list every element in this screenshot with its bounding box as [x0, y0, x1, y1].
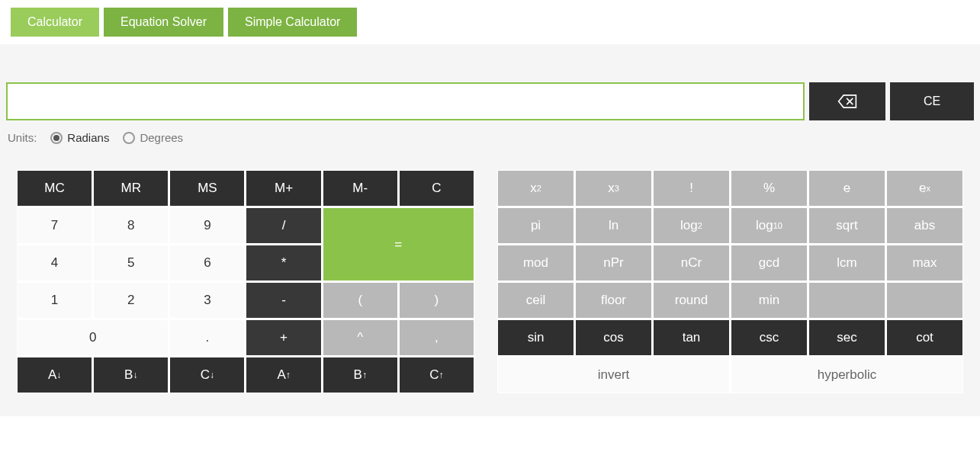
key-sin[interactable]: sin: [497, 319, 574, 356]
key-invert[interactable]: invert: [497, 357, 730, 393]
key-blank2: [886, 282, 963, 319]
tab-calculator[interactable]: Calculator: [11, 8, 99, 37]
key-ms[interactable]: MS: [169, 170, 245, 207]
units-degrees[interactable]: Degrees: [123, 131, 183, 144]
units-radians[interactable]: Radians: [50, 131, 109, 144]
key-npr[interactable]: nPr: [575, 245, 652, 281]
arrow-up-icon: ↑: [362, 370, 367, 380]
key-a-up[interactable]: A↑: [246, 357, 321, 393]
key-max[interactable]: max: [886, 245, 963, 281]
key-ln[interactable]: ln: [575, 207, 652, 244]
key-round[interactable]: round: [653, 282, 730, 319]
key-blank1: [808, 282, 885, 319]
key-ceil[interactable]: ceil: [497, 282, 574, 319]
key-power[interactable]: ^: [323, 319, 398, 356]
key-mod[interactable]: mod: [497, 245, 574, 281]
key-e[interactable]: e: [808, 170, 885, 207]
tabs: Calculator Equation Solver Simple Calcul…: [0, 0, 980, 37]
key-divide[interactable]: /: [246, 207, 321, 244]
key-ex[interactable]: ex: [886, 170, 963, 207]
arrow-up-icon: ↑: [286, 370, 291, 380]
key-6[interactable]: 6: [169, 245, 245, 281]
key-lcm[interactable]: lcm: [808, 245, 885, 281]
key-percent[interactable]: %: [731, 170, 808, 207]
key-minus[interactable]: -: [246, 282, 321, 319]
key-b-down[interactable]: B↓: [93, 357, 169, 393]
key-c-up[interactable]: C↑: [399, 357, 474, 393]
key-ncr[interactable]: nCr: [653, 245, 730, 281]
key-x2[interactable]: x2: [497, 170, 574, 207]
key-floor[interactable]: floor: [575, 282, 652, 319]
arrow-down-icon: ↓: [56, 370, 61, 380]
key-mc[interactable]: MC: [17, 170, 92, 207]
arrow-down-icon: ↓: [133, 370, 137, 380]
backspace-icon: [837, 94, 857, 109]
units-row: Units: Radians Degrees: [0, 120, 980, 155]
input-row: CE: [0, 82, 980, 120]
key-7[interactable]: 7: [17, 207, 92, 244]
key-abs[interactable]: abs: [886, 207, 963, 244]
tab-simple-calculator[interactable]: Simple Calculator: [228, 8, 357, 37]
units-degrees-label: Degrees: [140, 131, 183, 144]
key-sec[interactable]: sec: [808, 319, 885, 356]
backspace-button[interactable]: [809, 82, 885, 120]
key-factorial[interactable]: !: [653, 170, 730, 207]
key-a-down[interactable]: A↓: [17, 357, 92, 393]
key-tan[interactable]: tan: [653, 319, 730, 356]
key-mminus[interactable]: M-: [323, 170, 398, 207]
key-b-up[interactable]: B↑: [323, 357, 398, 393]
key-8[interactable]: 8: [93, 207, 169, 244]
key-cos[interactable]: cos: [575, 319, 652, 356]
key-3[interactable]: 3: [169, 282, 245, 319]
key-x3[interactable]: x3: [575, 170, 652, 207]
key-pi[interactable]: pi: [497, 207, 574, 244]
key-equals[interactable]: =: [323, 207, 474, 281]
key-min[interactable]: min: [731, 282, 808, 319]
arrow-up-icon: ↑: [439, 370, 444, 380]
key-plus[interactable]: +: [246, 319, 321, 356]
key-9[interactable]: 9: [169, 207, 245, 244]
key-log10[interactable]: log10: [731, 207, 808, 244]
key-mplus[interactable]: M+: [246, 170, 321, 207]
key-csc[interactable]: csc: [731, 319, 808, 356]
key-0[interactable]: 0: [17, 319, 169, 356]
key-multiply[interactable]: *: [246, 245, 321, 281]
expression-input[interactable]: [6, 82, 805, 120]
function-pad: x2 x3 ! % e ex pi ln log2 log10 sqrt abs…: [497, 170, 963, 393]
radio-icon: [123, 132, 135, 144]
key-log2[interactable]: log2: [653, 207, 730, 244]
key-dot[interactable]: .: [169, 319, 245, 356]
key-gcd[interactable]: gcd: [731, 245, 808, 281]
key-clear[interactable]: C: [399, 170, 474, 207]
key-2[interactable]: 2: [93, 282, 169, 319]
key-sqrt[interactable]: sqrt: [808, 207, 885, 244]
units-radians-label: Radians: [67, 131, 109, 144]
key-5[interactable]: 5: [93, 245, 169, 281]
units-label: Units:: [8, 131, 37, 144]
key-1[interactable]: 1: [17, 282, 92, 319]
key-rparen[interactable]: ): [399, 282, 474, 319]
radio-icon: [50, 132, 63, 144]
key-lparen[interactable]: (: [323, 282, 398, 319]
key-4[interactable]: 4: [17, 245, 92, 281]
key-hyperbolic[interactable]: hyperbolic: [731, 357, 963, 393]
clear-entry-button[interactable]: CE: [890, 82, 974, 120]
key-cot[interactable]: cot: [886, 319, 963, 356]
key-comma[interactable]: ,: [399, 319, 474, 356]
arrow-down-icon: ↓: [210, 370, 214, 380]
key-c-down[interactable]: C↓: [169, 357, 245, 393]
numeric-pad: MC MR MS M+ M- C 7 8 9 / = 4 5 6 * 1 2 3…: [17, 170, 474, 393]
tab-equation-solver[interactable]: Equation Solver: [104, 8, 223, 37]
key-mr[interactable]: MR: [93, 170, 169, 207]
